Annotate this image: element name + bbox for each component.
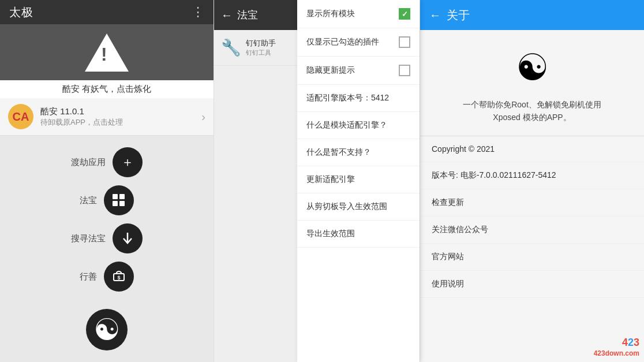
taiji-bottom: ☯	[0, 303, 214, 362]
about-website[interactable]: 官方网站	[420, 244, 644, 271]
dropdown-item-2[interactable]: 隐藏更新提示	[297, 57, 420, 85]
left-header: 太极 ⋮	[0, 0, 214, 24]
right-back-icon[interactable]: ←	[429, 9, 441, 22]
checkbox-0[interactable]	[399, 8, 410, 20]
right-title: 关于	[447, 8, 470, 23]
dropdown-item-text-4: 什么是模块适配引擎？	[306, 120, 410, 130]
svg-text:$: $	[117, 275, 120, 281]
dropdown-item-3: 适配引擎版本号：5412	[297, 85, 420, 112]
checkbox-2[interactable]	[399, 65, 410, 76]
app-name: 酷安 11.0.1	[40, 106, 201, 117]
dropdown-panel: 显示所有模块 仅显示已勾选的插件 隐藏更新提示 适配引擎版本号：5412 什么是…	[297, 0, 420, 362]
plugin-info: 钉钉助手 钉钉工具	[246, 38, 276, 57]
dropdown-item-5[interactable]: 什么是暂不支持？	[297, 139, 420, 166]
right-panel: ← 关于 ☯ 一个帮助你免Root、免解锁免刷机使用Xposed 模块的APP。…	[420, 0, 644, 362]
taiji-icon: ☯	[86, 309, 128, 350]
dropdown-item-6[interactable]: 更新适配引擎	[297, 166, 420, 193]
dropdown-item-text-8: 导出生效范围	[306, 229, 410, 239]
app-icon: CA	[8, 104, 33, 129]
left-panel: 太极 ⋮ 酷安 有妖气，点击炼化 CA 酷安 11.0.1 待卸载原APP，点击…	[0, 0, 214, 362]
about-desc: 一个帮助你免Root、免解锁免刷机使用Xposed 模块的APP。	[420, 98, 644, 136]
plugin-name: 钉钉助手	[246, 38, 276, 48]
dropdown-item-0[interactable]: 显示所有模块	[297, 0, 420, 28]
about-wechat[interactable]: 关注微信公众号	[420, 217, 644, 244]
action-row-1: 渡劫应用 ＋	[71, 147, 143, 177]
dropdown-item-text-1: 仅显示已勾选的插件	[306, 37, 399, 47]
action-label-4: 行善	[80, 271, 97, 282]
action-row-2: 法宝	[80, 185, 134, 215]
about-manual[interactable]: 使用说明	[420, 271, 644, 298]
plugin-sub: 钉钉工具	[246, 48, 276, 57]
dropdown-item-text-5: 什么是暂不支持？	[306, 147, 410, 158]
dropdown-item-text-2: 隐藏更新提示	[306, 65, 399, 76]
dropdown-item-text-3: 适配引擎版本号：5412	[306, 93, 410, 103]
chevron-right-icon: ›	[201, 110, 205, 124]
watermark-line2: 423down.com	[594, 349, 639, 357]
app-info: 酷安 11.0.1 待卸载原APP，点击处理	[40, 106, 201, 128]
warning-triangle-icon	[85, 33, 129, 72]
dropdown-item-7[interactable]: 从剪切板导入生效范围	[297, 193, 420, 221]
fabao-button[interactable]	[104, 185, 134, 215]
app-title: 太极	[9, 5, 33, 20]
watermark: 423 423down.com	[594, 337, 639, 357]
action-row-4: 行善 $	[80, 262, 134, 292]
dropdown-item-text-0: 显示所有模块	[306, 9, 399, 19]
about-logo: ☯	[420, 30, 644, 98]
svg-rect-1	[119, 194, 125, 199]
about-version: 版本号: 电影-7.0.0.02111627-5412	[420, 162, 644, 189]
action-label-2: 法宝	[80, 195, 97, 206]
dropdown-item-1[interactable]: 仅显示已勾选的插件	[297, 28, 420, 57]
dropdown-item-8[interactable]: 导出生效范围	[297, 221, 420, 248]
svg-rect-0	[113, 194, 118, 199]
app-item[interactable]: CA 酷安 11.0.1 待卸载原APP，点击处理 ›	[0, 98, 214, 136]
app-icon-letter: CA	[13, 110, 29, 124]
dropdown-item-text-7: 从剪切板导入生效范围	[306, 201, 410, 212]
action-label-3: 搜寻法宝	[71, 233, 106, 244]
dujie-button[interactable]: ＋	[113, 147, 143, 177]
search-fabao-button[interactable]	[113, 223, 143, 253]
right-header: ← 关于	[420, 0, 644, 30]
middle-title: 法宝	[237, 8, 258, 22]
dropdown-item-text-6: 更新适配引擎	[306, 174, 410, 185]
xingshan-button[interactable]: $	[104, 262, 134, 292]
checkbox-1[interactable]	[399, 36, 410, 48]
svg-rect-2	[113, 201, 118, 206]
warning-text[interactable]: 酷安 有妖气，点击炼化	[0, 80, 214, 98]
svg-rect-3	[119, 201, 125, 206]
app-status: 待卸载原APP，点击处理	[40, 117, 201, 128]
plugin-icon: 🔧	[221, 38, 241, 57]
plugin-item[interactable]: 🔧 钉钉助手 钉钉工具	[214, 30, 297, 66]
about-check-update[interactable]: 检查更新	[420, 189, 644, 217]
middle-header: ← 法宝	[214, 0, 297, 30]
warning-banner	[0, 24, 214, 80]
action-buttons: 渡劫应用 ＋ 法宝 搜寻法宝 行	[0, 136, 214, 303]
more-options-icon[interactable]: ⋮	[192, 5, 204, 20]
back-arrow-icon[interactable]: ←	[221, 9, 233, 22]
watermark-line1: 423	[594, 337, 639, 349]
dropdown-item-4[interactable]: 什么是模块适配引擎？	[297, 112, 420, 139]
about-copyright: Copyright © 2021	[420, 136, 644, 162]
middle-panel: ← 法宝 🔧 钉钉助手 钉钉工具	[214, 0, 297, 362]
action-label-1: 渡劫应用	[71, 157, 106, 168]
action-row-3: 搜寻法宝	[71, 223, 143, 253]
